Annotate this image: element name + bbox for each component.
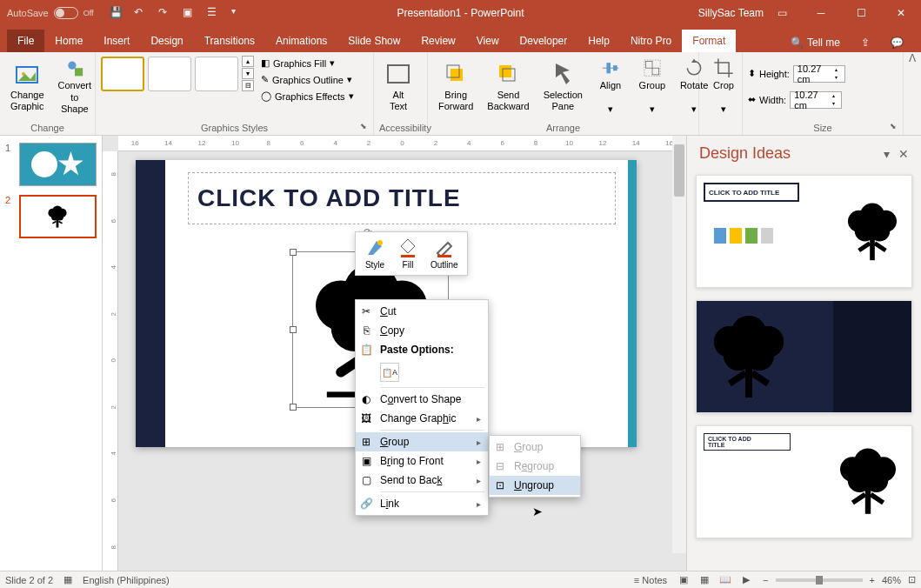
menu-group[interactable]: ⊞Group▸ [356,432,488,451]
user-name[interactable]: SillySac Team [698,7,764,19]
send-backward-button[interactable]: Send Backward [482,56,534,117]
close-button[interactable]: ✕ [881,0,921,26]
menu-copy[interactable]: ⎘Copy [356,321,488,340]
zoom-slider[interactable] [776,578,863,582]
slide-sorter-icon[interactable]: ▦ [695,573,714,587]
tab-slideshow[interactable]: Slide Show [337,30,410,52]
style-thumb-3[interactable] [195,57,238,91]
svg-rect-5 [450,69,463,81]
graphics-outline-button[interactable]: ✎Graphics Outline ▾ [257,72,357,87]
tab-animations[interactable]: Animations [265,30,337,52]
autosave-toggle[interactable]: AutoSave Off [7,7,94,19]
tab-review[interactable]: Review [410,30,465,52]
align-button[interactable]: Align▾ [591,56,630,117]
zoom-level[interactable]: 46% [882,575,901,585]
share-button[interactable]: ⇪ [854,33,877,52]
slide-thumb-1[interactable] [19,143,97,186]
mini-style-button[interactable]: Style [359,236,390,271]
bring-forward-button[interactable]: Bring Forward [433,56,478,117]
maximize-button[interactable]: ☐ [841,0,881,26]
group-label: Group [639,80,666,91]
styles-dialog-launcher[interactable]: ⬊ [360,122,370,132]
qat-customize-icon[interactable]: ▾ [231,6,245,20]
start-from-beginning-icon[interactable]: ▣ [183,6,197,20]
list-icon[interactable]: ☰ [207,6,221,20]
zoom-out-icon[interactable]: − [763,575,768,585]
size-dialog-launcher[interactable]: ⬊ [890,122,900,132]
zoom-in-icon[interactable]: + [870,575,875,585]
design-ideas-list[interactable]: CLICK TO ADD TITLE CLICK TO ADD TITLE CL… [687,171,921,571]
design-idea-3[interactable]: CLICK TO ADDTITLE [696,425,912,538]
tab-design[interactable]: Design [140,30,193,52]
pane-close-icon[interactable]: ✕ [898,147,909,161]
user-avatar-icon[interactable]: ▭ [778,7,787,19]
save-icon[interactable]: 💾 [110,6,123,20]
slide-counter[interactable]: Slide 2 of 2 [5,575,53,585]
minimize-button[interactable]: ─ [801,0,841,26]
slide-thumb-2[interactable] [19,195,97,238]
tab-insert[interactable]: Insert [93,30,140,52]
slideshow-view-icon[interactable]: ▶ [737,573,756,587]
accessibility-icon[interactable]: ▦ [63,574,72,585]
resize-handle[interactable] [290,249,297,256]
tab-home[interactable]: Home [44,30,93,52]
tab-file[interactable]: File [7,30,44,52]
reading-view-icon[interactable]: 📖 [716,573,735,587]
pane-options-icon[interactable]: ▾ [884,147,890,161]
gallery-more-icon[interactable]: ⊟ [242,80,254,91]
graphics-styles-gallery[interactable]: ▴ ▾ ⊟ [101,56,254,91]
alt-text-button[interactable]: Alt Text [379,56,417,117]
graphics-fill-button[interactable]: ◧Graphics Fill ▾ [257,56,357,70]
menu-bring-to-front[interactable]: ▣Bring to Front▸ [356,451,488,471]
tab-transitions[interactable]: Transitions [194,30,265,52]
bring-forward-icon [442,60,470,88]
menu-send-to-back[interactable]: ▢Send to Back▸ [356,471,488,490]
collapse-ribbon-icon[interactable]: ᐱ [904,52,921,135]
menu-convert-to-shape[interactable]: ◐Convert to Shape [356,390,488,409]
style-thumb-1[interactable] [101,57,144,91]
gallery-down-icon[interactable]: ▾ [242,68,254,79]
resize-handle[interactable] [290,326,297,333]
design-idea-2[interactable]: CLICK TO ADD TITLE [696,300,912,413]
tell-me-search[interactable]: 🔍Tell me [784,33,847,52]
gallery-up-icon[interactable]: ▴ [242,56,254,67]
graphics-effects-label: Graphics Effects [275,91,345,102]
comments-button[interactable]: 💬 [884,33,911,52]
svg-rect-30 [437,255,451,257]
height-input[interactable]: 10.27 cm▴▾ [793,65,845,83]
tab-help[interactable]: Help [577,30,620,52]
paste-option-picture[interactable]: 📋A [380,363,399,382]
convert-to-shape-button[interactable]: Convert to Shape [53,56,97,117]
tab-format[interactable]: Format [682,30,736,52]
menu-cut[interactable]: ✂Cut [356,302,488,321]
tab-nitro[interactable]: Nitro Pro [620,30,682,52]
slide-editor[interactable]: 1614121086420246810121416 864202468 CLIC… [103,136,686,571]
submenu-ungroup[interactable]: ⊡Ungroup [490,476,580,495]
change-graphic-button[interactable]: Change Graphic [5,56,50,117]
group-button[interactable]: Group▾ [633,56,671,117]
tab-developer[interactable]: Developer [510,30,578,52]
language-status[interactable]: English (Philippines) [83,575,170,585]
mini-outline-button[interactable]: Outline [425,236,464,271]
resize-handle[interactable] [290,404,297,411]
graphics-effects-button[interactable]: ◯Graphics Effects ▾ [257,89,357,104]
menu-link[interactable]: 🔗Link▸ [356,494,488,513]
vertical-scrollbar[interactable] [672,136,686,553]
redo-icon[interactable]: ↷ [158,6,172,20]
undo-icon[interactable]: ↶ [134,6,148,20]
menu-change-graphic[interactable]: 🖼Change Graphic▸ [356,409,488,428]
title-placeholder[interactable]: CLICK TO ADD TITLE [188,172,616,224]
mini-toolbar: Style Fill Outline [355,231,468,276]
selection-pane-button[interactable]: Selection Pane [538,56,588,117]
svg-rect-7 [499,65,511,77]
mini-fill-button[interactable]: Fill [392,236,424,271]
fit-to-window-icon[interactable]: ⊡ [908,574,916,585]
width-input[interactable]: 10.27 cm▴▾ [790,91,842,109]
normal-view-icon[interactable]: ▣ [674,573,693,587]
crop-button[interactable]: Crop▾ [704,56,743,117]
design-idea-1[interactable]: CLICK TO ADD TITLE [696,175,912,288]
style-thumb-2[interactable] [148,57,191,91]
notes-button[interactable]: ≡ Notes [634,575,667,585]
autosave-switch-icon[interactable] [54,7,78,19]
tab-view[interactable]: View [466,30,510,52]
